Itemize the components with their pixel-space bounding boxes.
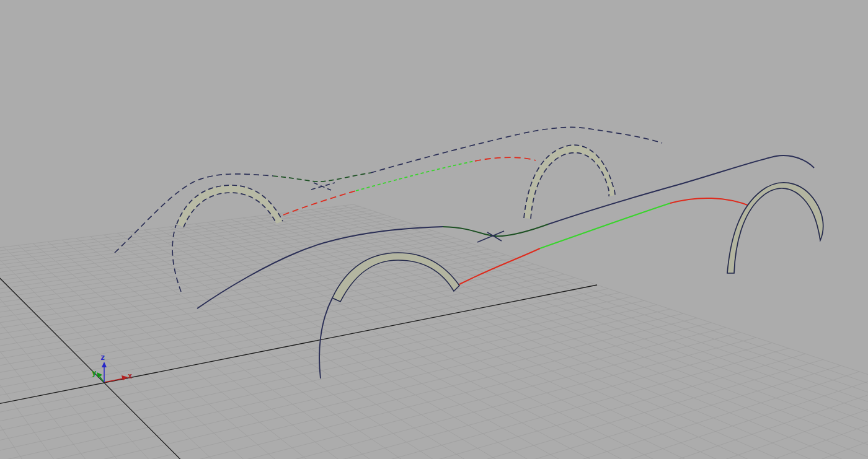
axis-label-y: y <box>92 369 96 377</box>
axis-label-x: x <box>128 372 132 380</box>
viewport-canvas[interactable]: x y z <box>0 0 868 459</box>
axis-label-z: z <box>100 353 105 362</box>
